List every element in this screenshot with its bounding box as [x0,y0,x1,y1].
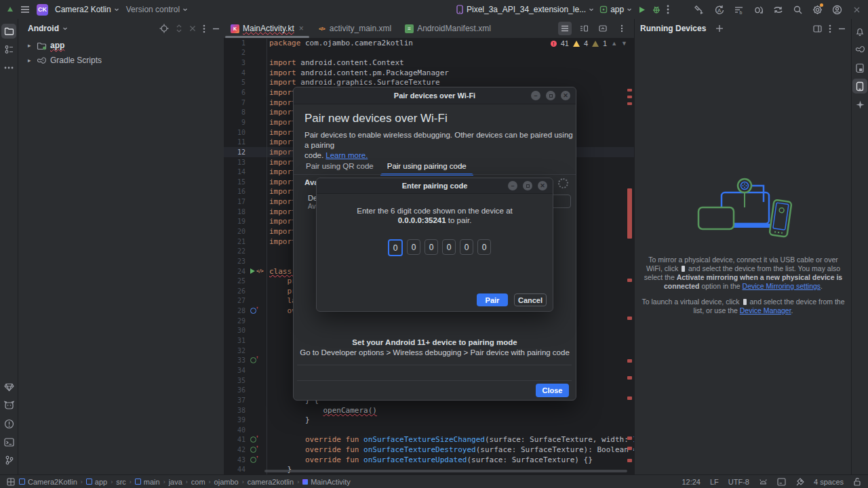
run-gutter-icon[interactable] [250,268,255,274]
panel-options-icon[interactable] [829,24,831,33]
breadcrumb-item[interactable]: src [116,478,126,486]
breadcrumb-item[interactable]: MainActivity [302,478,351,486]
pairing-digit-input[interactable]: 0 [407,239,420,255]
editor-layout-icon[interactable] [596,22,610,35]
pairing-digit-input[interactable]: 0 [460,239,473,255]
caret-position[interactable]: 12:24 [682,478,701,486]
tab-MainActivity.kt[interactable]: KMainActivity.kt× [224,19,311,38]
pairing-digit-input[interactable]: 0 [425,239,438,255]
cancel-button[interactable]: Cancel [514,293,547,306]
minimize-icon[interactable]: – [508,181,517,190]
related-xml-gutter-icon[interactable]: </> [256,268,263,274]
sync-translate-icon[interactable]: A [711,2,726,17]
collapse-all-icon[interactable] [189,25,196,32]
maximize-icon[interactable] [523,181,532,190]
pair-dialog-titlebar[interactable]: Pair devices over Wi-Fi – ✕ [294,87,576,104]
search-everywhere-icon[interactable] [790,2,805,17]
line-ending[interactable]: LF [710,478,719,486]
add-device-icon[interactable] [715,24,724,33]
panel-layout-icon[interactable] [813,25,822,33]
panel-options-icon[interactable] [203,24,205,33]
error-stripe-mark[interactable] [627,447,632,450]
run-configuration-selector[interactable]: app [599,5,632,14]
pairing-digit-input[interactable]: 0 [388,239,403,256]
tree-item-app[interactable]: ▸ app [18,38,224,53]
project-selector[interactable]: Camera2 Kotlin [55,5,119,14]
error-stripe-mark[interactable] [627,317,632,320]
android-status-icon[interactable] [759,478,768,486]
breadcrumb-item[interactable]: com [191,478,205,486]
overriding-gutter-icon[interactable] [250,357,256,363]
expand-collapse-icon[interactable] [176,24,182,33]
build-icon[interactable] [692,2,707,17]
tree-item-gradle-scripts[interactable]: ▸ Gradle Scripts [18,53,224,68]
notifications-icon[interactable] [852,24,867,39]
settings-icon[interactable] [810,2,825,17]
device-sync-icon[interactable] [770,2,785,17]
breadcrumb-item[interactable]: Camera2Kotlin [19,478,77,486]
error-stripe-mark[interactable] [627,102,632,105]
dependencies-tool-icon[interactable] [1,380,16,394]
breadcrumb-item[interactable]: camera2kotlin [248,478,294,486]
build-variants-icon[interactable]: b [731,2,746,17]
maximize-icon[interactable] [546,91,555,100]
logcat-tool-icon[interactable] [1,398,16,413]
indent-setting[interactable]: 4 spaces [814,478,844,486]
hide-panel-icon[interactable] [838,28,846,30]
tab-AndroidManifest.xml[interactable]: ≡AndroidManifest.xml [398,19,498,38]
device-mirroring-settings-link[interactable]: Device Mirroring settings [743,282,821,290]
pair-button[interactable]: Pair [477,293,508,306]
prev-issue-icon[interactable]: ▲ [611,40,617,47]
error-stripe-mark[interactable] [627,89,632,92]
account-icon[interactable] [829,2,844,17]
debug-button[interactable] [652,5,661,14]
vcs-selector[interactable]: Version control [126,5,188,14]
pairing-modal-titlebar[interactable]: Enter pairing code – ✕ [317,178,553,194]
error-stripe-mark[interactable] [627,279,632,282]
tool-window-grid-icon[interactable] [7,478,15,486]
breadcrumb-item[interactable]: main [135,478,160,486]
inspection-widget[interactable]: ! 41 4 1 ▲ ▼ [551,39,627,47]
overridden-gutter-icon[interactable] [250,308,256,314]
error-stripe-mark[interactable] [627,459,632,462]
terminal-tool-icon[interactable] [1,434,16,449]
error-stripe-mark[interactable] [627,359,632,363]
pairing-digit-input[interactable]: 0 [442,239,456,255]
editor-list-icon[interactable] [558,22,572,35]
learn-more-link[interactable]: Learn more. [326,151,368,159]
error-stripe-mark[interactable] [627,188,632,239]
breadcrumb-item[interactable]: ojambo [214,478,239,486]
hide-toolbar-icon[interactable] [849,2,864,17]
close-button[interactable]: Close [536,384,569,397]
lock-open-icon[interactable] [853,477,861,486]
highlighting-level-icon[interactable] [795,478,804,486]
more-tool-windows-icon[interactable] [1,60,16,75]
profiler-icon[interactable] [751,2,766,17]
problems-tool-icon[interactable] [1,416,16,431]
error-stripe-mark[interactable] [627,96,632,98]
structure-tool-icon[interactable] [1,42,16,57]
minimize-icon[interactable]: – [531,91,540,100]
close-icon[interactable]: ✕ [561,91,570,100]
close-tab-icon[interactable]: × [299,24,304,33]
next-issue-icon[interactable]: ▼ [621,40,627,47]
pairing-digit-input[interactable]: 0 [477,239,491,255]
running-devices-tool-icon[interactable] [852,79,867,94]
error-stripe-mark[interactable] [627,396,632,400]
tab-pair-pairing-code[interactable]: Pair using pairing code [386,159,468,176]
chevron-right-icon[interactable]: ▸ [28,57,33,64]
file-encoding[interactable]: UTF-8 [728,478,749,486]
device-selector[interactable]: Pixel_3a_API_34_extension_le... [456,5,594,14]
main-menu-icon[interactable] [20,5,30,14]
device-manager-link[interactable]: Device Manager [740,306,791,314]
chevron-right-icon[interactable]: ▸ [28,42,33,49]
horizontal-scrollbar[interactable] [264,470,627,472]
tab-activity_main.xml[interactable]: </>activity_main.xml [311,19,398,38]
tab-pair-qr-code[interactable]: Pair using QR code [304,159,375,176]
project-tool-icon[interactable] [1,24,16,39]
locate-file-icon[interactable] [159,24,169,33]
reader-mode-icon[interactable] [777,478,786,486]
error-stripe-mark[interactable] [627,376,632,380]
gradle-tool-icon[interactable] [852,42,867,57]
breadcrumb-item[interactable]: java [169,478,182,486]
